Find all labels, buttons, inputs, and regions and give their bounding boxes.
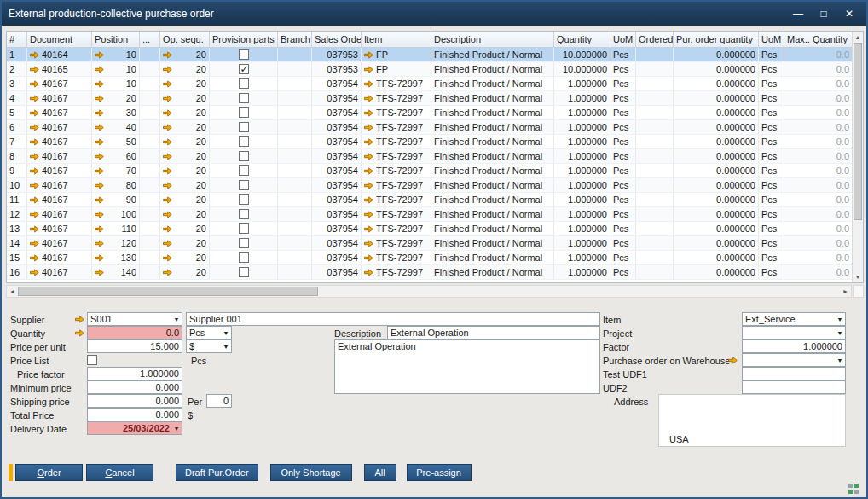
link-arrow-icon[interactable] (95, 80, 104, 88)
link-arrow-icon[interactable] (95, 138, 104, 146)
description-cell[interactable]: Finished Product / Normal (431, 77, 554, 90)
link-arrow-icon[interactable] (364, 138, 373, 146)
document-cell[interactable]: 40167 (27, 77, 92, 90)
vertical-scrollbar[interactable]: ▲ ▼ (852, 32, 863, 282)
sales-order-cell[interactable]: 037954 (312, 193, 362, 206)
position-cell[interactable]: 80 (92, 178, 140, 192)
branch-cell[interactable] (278, 106, 312, 119)
table-row[interactable]: 6 40167 40 20 037954 TFS-72997 (7, 120, 852, 135)
max-quantity-cell[interactable]: 0.0 (784, 106, 852, 119)
quantity-cell[interactable]: 1.000000 (554, 135, 610, 148)
position-cell[interactable]: 100 (92, 207, 140, 221)
branch-cell[interactable] (278, 193, 312, 206)
link-arrow-icon[interactable] (163, 167, 172, 175)
item-combo[interactable]: Ext_Service▼ (742, 312, 846, 326)
position-cell[interactable]: 40 (92, 120, 140, 134)
link-arrow-icon[interactable] (75, 315, 84, 325)
row-number[interactable]: 13 (7, 222, 27, 235)
provision-parts-checkbox[interactable] (239, 238, 249, 248)
link-arrow-icon[interactable] (95, 66, 104, 73)
link-arrow-icon[interactable] (30, 240, 39, 247)
column-header[interactable]: Max.. Quantity (784, 32, 852, 47)
table-row[interactable]: 1 40164 10 20 037953 FP Fin (7, 48, 852, 62)
document-cell[interactable]: 40167 (27, 120, 92, 134)
provision-parts-cell[interactable] (210, 265, 278, 279)
quantity-cell[interactable]: 1.000000 (554, 193, 610, 206)
pur-order-quantity-cell[interactable]: 0.000000 (674, 149, 759, 163)
row-number[interactable]: 8 (7, 149, 27, 163)
item-cell[interactable]: TFS-72997 (362, 193, 431, 206)
description-cell[interactable]: Finished Product / Normal (431, 193, 554, 206)
dots-cell[interactable] (140, 106, 160, 119)
link-arrow-icon[interactable] (163, 124, 172, 131)
maximize-button[interactable]: □ (813, 5, 834, 22)
column-header[interactable]: Item (362, 32, 431, 47)
column-header[interactable]: Sales Order (312, 32, 362, 47)
op-sequence-cell[interactable]: 20 (160, 251, 210, 264)
position-cell[interactable]: 90 (92, 193, 140, 206)
document-cell[interactable]: 40167 (27, 164, 92, 177)
link-arrow-icon[interactable] (30, 95, 39, 102)
link-arrow-icon[interactable] (95, 182, 104, 189)
dots-cell[interactable] (140, 135, 160, 148)
row-number[interactable]: 7 (7, 135, 27, 148)
link-arrow-icon[interactable] (163, 95, 172, 102)
position-cell[interactable]: 10 (92, 48, 140, 61)
table-row[interactable]: 16 40167 140 20 037954 TFS-72997 (7, 265, 852, 280)
branch-cell[interactable] (278, 48, 312, 61)
dots-cell[interactable] (140, 149, 160, 163)
only-shortage-button[interactable]: Only Shortage (270, 464, 352, 481)
scroll-right-icon[interactable]: ► (840, 286, 851, 297)
pur-uom-cell[interactable]: Pcs (759, 77, 784, 90)
row-number[interactable]: 11 (7, 193, 27, 206)
link-arrow-icon[interactable] (30, 109, 39, 117)
dots-cell[interactable] (140, 207, 160, 221)
quantity-cell[interactable]: 1.000000 (554, 120, 610, 134)
position-cell[interactable]: 140 (92, 265, 140, 279)
item-cell[interactable]: FP (362, 62, 431, 76)
ordered-cell[interactable] (636, 48, 674, 61)
sales-order-cell[interactable]: 037954 (312, 77, 362, 90)
link-arrow-icon[interactable] (30, 124, 39, 131)
column-header[interactable]: ... (140, 32, 160, 47)
document-cell[interactable]: 40167 (27, 236, 92, 250)
description-cell[interactable]: Finished Product / Normal (431, 106, 554, 119)
pur-order-quantity-cell[interactable]: 0.000000 (674, 164, 759, 177)
uom-cell[interactable]: Pcs (610, 236, 636, 250)
position-cell[interactable]: 70 (92, 164, 140, 177)
link-arrow-icon[interactable] (163, 182, 172, 189)
description-cell[interactable]: Finished Product / Normal (431, 62, 554, 76)
uom-cell[interactable]: Pcs (610, 62, 636, 76)
document-cell[interactable]: 40167 (27, 135, 92, 148)
op-sequence-cell[interactable]: 20 (160, 193, 210, 206)
pur-uom-cell[interactable]: Pcs (759, 164, 784, 177)
position-cell[interactable]: 50 (92, 135, 140, 148)
dropdown-arrow-icon[interactable]: ▼ (221, 327, 231, 339)
link-arrow-icon[interactable] (364, 80, 373, 88)
description-cell[interactable]: Finished Product / Normal (431, 164, 554, 177)
sales-order-cell[interactable]: 037954 (312, 236, 362, 250)
row-number[interactable]: 1 (7, 48, 27, 61)
cancel-button[interactable]: Cancel (86, 464, 153, 481)
provision-parts-cell[interactable] (210, 193, 278, 206)
link-arrow-icon[interactable] (30, 138, 39, 146)
item-cell[interactable]: TFS-72997 (362, 251, 431, 264)
link-arrow-icon[interactable] (30, 80, 39, 88)
description-cell[interactable]: Finished Product / Normal (431, 135, 554, 148)
max-quantity-cell[interactable]: 0.0 (784, 164, 852, 177)
uom-cell[interactable]: Pcs (610, 178, 636, 192)
provision-parts-checkbox[interactable] (239, 78, 249, 89)
item-cell[interactable]: TFS-72997 (362, 265, 431, 279)
dots-cell[interactable] (140, 164, 160, 177)
column-header[interactable]: UoM (759, 32, 784, 47)
pur-order-quantity-cell[interactable]: 0.000000 (674, 48, 759, 61)
pur-uom-cell[interactable]: Pcs (759, 207, 784, 221)
sales-order-cell[interactable]: 037953 (312, 48, 362, 61)
ordered-cell[interactable] (636, 149, 674, 163)
pur-uom-cell[interactable]: Pcs (759, 236, 784, 250)
dots-cell[interactable] (140, 120, 160, 134)
item-cell[interactable]: TFS-72997 (362, 77, 431, 90)
row-number[interactable]: 14 (7, 236, 27, 250)
position-cell[interactable]: 20 (92, 91, 140, 105)
quantity-cell[interactable]: 1.000000 (554, 265, 610, 279)
